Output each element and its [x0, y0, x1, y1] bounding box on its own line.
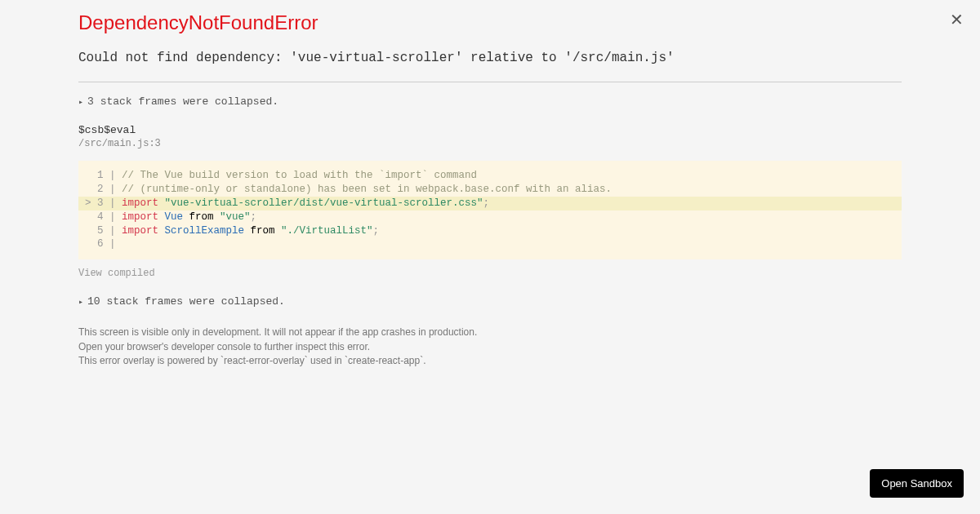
- code-line: 4 | import Vue from "vue";: [78, 210, 902, 224]
- code-line: 5 | import ScrollExample from "./Virtual…: [78, 224, 902, 238]
- view-compiled-link[interactable]: View compiled: [78, 268, 902, 279]
- stack-frame-function: $csb$eval: [78, 124, 902, 136]
- dev-note-line: This error overlay is powered by `react-…: [78, 354, 902, 368]
- code-line-highlight: > 3 | import "vue-virtual-scroller/dist/…: [78, 197, 902, 210]
- dev-notes: This screen is visible only in developme…: [78, 326, 902, 368]
- divider: [78, 82, 902, 82]
- stack-frame-location[interactable]: /src/main.js:3: [78, 138, 902, 149]
- code-line: 2 | // (runtime-only or standalone) has …: [78, 183, 902, 197]
- error-overlay: DependencyNotFoundError Could not find d…: [0, 0, 980, 368]
- collapsed-frames-top[interactable]: 3 stack frames were collapsed.: [78, 95, 902, 108]
- error-message: Could not find dependency: 'vue-virtual-…: [78, 51, 902, 65]
- close-icon[interactable]: ✕: [950, 11, 964, 28]
- code-snippet: 1 | // The Vue build version to load wit…: [78, 161, 902, 259]
- code-line: 6 |: [78, 237, 902, 251]
- dev-note-line: This screen is visible only in developme…: [78, 326, 902, 339]
- open-sandbox-button[interactable]: Open Sandbox: [870, 469, 964, 498]
- error-title: DependencyNotFoundError: [78, 11, 902, 34]
- dev-note-line: Open your browser's developer console to…: [78, 340, 902, 354]
- code-line: 1 | // The Vue build version to load wit…: [78, 169, 902, 183]
- collapsed-frames-bottom[interactable]: 10 stack frames were collapsed.: [78, 295, 902, 308]
